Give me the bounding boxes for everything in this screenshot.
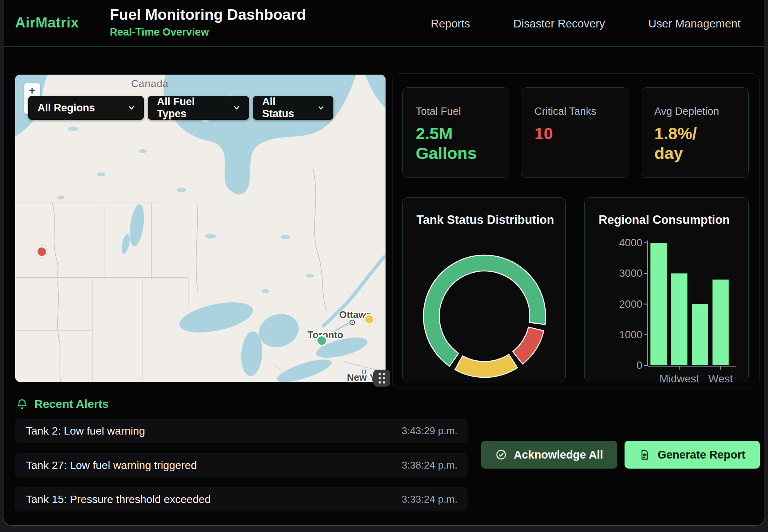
main-nav: Reports Disaster Recovery User Managemen… bbox=[431, 0, 741, 47]
map-marker-critical[interactable] bbox=[36, 246, 48, 257]
alert-message: Tank 15: Pressure threshold exceeded bbox=[26, 493, 211, 506]
stat-card-total-fuel: Total Fuel 2.5M Gallons bbox=[402, 87, 509, 178]
y-tick-label: 1000 bbox=[619, 329, 642, 341]
status-filter-value: All Status bbox=[262, 96, 307, 120]
stat-label: Total Fuel bbox=[416, 106, 509, 118]
dashboard-container: AirMatrix Fuel Monitoring Dashboard Real… bbox=[3, 0, 765, 526]
regional-consumption-panel: Regional Consumption 01000200030004000Mi… bbox=[584, 197, 749, 382]
region-filter-select[interactable]: All Regions bbox=[28, 96, 144, 120]
generate-report-button[interactable]: Generate Report bbox=[625, 441, 760, 469]
donut-segment-warning bbox=[455, 355, 517, 377]
tank-status-donut-chart bbox=[403, 198, 566, 383]
chevron-down-icon bbox=[233, 104, 241, 112]
page-title: Fuel Monitoring Dashboard bbox=[110, 6, 306, 23]
check-circle-icon bbox=[495, 449, 507, 460]
alerts-title: Recent Alerts bbox=[34, 397, 109, 411]
alert-message: Tank 27: Low fuel warning triggered bbox=[26, 459, 197, 472]
status-filter-select[interactable]: All Status bbox=[253, 96, 333, 120]
acknowledge-all-button[interactable]: Acknowledge All bbox=[481, 441, 617, 469]
alert-message: Tank 2: Low fuel warning bbox=[26, 425, 145, 437]
y-tick-label: 3000 bbox=[619, 268, 642, 279]
alert-row[interactable]: Tank 15: Pressure threshold exceeded 3:3… bbox=[15, 487, 468, 512]
alert-row[interactable]: Tank 2: Low fuel warning 3:43:29 p.m. bbox=[15, 419, 468, 443]
fuel-type-filter-value: All Fuel Types bbox=[157, 96, 223, 120]
stat-label: Critical Tanks bbox=[534, 106, 628, 118]
consumption-bar bbox=[692, 304, 708, 366]
map-canvas[interactable]: Canada Ottawa Toronto New York bbox=[15, 75, 386, 382]
report-document-icon bbox=[639, 449, 650, 460]
nav-item-reports[interactable]: Reports bbox=[431, 17, 470, 30]
x-tick-label: West bbox=[708, 373, 733, 383]
consumption-bar bbox=[650, 243, 667, 365]
fuel-type-filter-select[interactable]: All Fuel Types bbox=[148, 96, 249, 120]
page-subtitle: Real-Time Overview bbox=[110, 26, 306, 38]
metrics-panel: Total Fuel 2.5M Gallons Critical Tanks 1… bbox=[392, 73, 759, 387]
regional-consumption-bar-chart: 01000200030004000MidwestWest bbox=[585, 198, 749, 383]
alert-timestamp: 3:38:24 p.m. bbox=[401, 459, 457, 471]
map-resize-handle[interactable] bbox=[373, 370, 390, 387]
consumption-bar bbox=[671, 273, 688, 365]
x-tick-label: Midwest bbox=[659, 373, 699, 383]
alert-timestamp: 3:43:29 p.m. bbox=[401, 425, 457, 437]
chevron-down-icon bbox=[128, 104, 135, 112]
stat-value: 1.8%/day bbox=[654, 124, 723, 163]
alert-timestamp: 3:33:24 p.m. bbox=[401, 493, 457, 505]
consumption-bar bbox=[713, 280, 729, 365]
y-tick-label: 0 bbox=[637, 360, 642, 371]
stat-label: Avg Depletion bbox=[654, 106, 748, 118]
y-tick-label: 4000 bbox=[619, 237, 642, 249]
title-block: Fuel Monitoring Dashboard Real-Time Over… bbox=[110, 6, 306, 38]
alert-row[interactable]: Tank 27: Low fuel warning triggered 3:38… bbox=[15, 453, 468, 477]
fuel-map-panel: Canada Ottawa Toronto New York + − bbox=[15, 75, 386, 382]
tank-status-panel: Tank Status Distribution bbox=[402, 197, 566, 382]
map-filter-bar: All Regions All Fuel Types All Status bbox=[28, 96, 333, 120]
stat-value: 2.5M Gallons bbox=[416, 124, 485, 163]
map-illustration: Canada Ottawa Toronto New York bbox=[15, 75, 386, 382]
map-marker-warning[interactable] bbox=[364, 314, 375, 325]
acknowledge-all-label: Acknowledge All bbox=[514, 448, 603, 461]
nav-item-user-management[interactable]: User Management bbox=[648, 17, 741, 30]
brand-logo: AirMatrix bbox=[15, 15, 79, 31]
region-filter-value: All Regions bbox=[38, 102, 95, 114]
y-tick-label: 2000 bbox=[619, 298, 642, 310]
map-label-canada: Canada bbox=[131, 78, 169, 89]
chevron-down-icon bbox=[317, 104, 325, 112]
bell-icon bbox=[16, 398, 28, 410]
app-header: AirMatrix Fuel Monitoring Dashboard Real… bbox=[3, 0, 765, 47]
stat-card-critical-tanks: Critical Tanks 10 bbox=[521, 87, 628, 178]
donut-segment-critical bbox=[513, 327, 544, 364]
stat-value: 10 bbox=[534, 124, 603, 143]
stat-card-avg-depletion: Avg Depletion 1.8%/day bbox=[641, 87, 749, 178]
generate-report-label: Generate Report bbox=[657, 448, 745, 461]
alerts-header: Recent Alerts bbox=[16, 397, 109, 411]
nav-item-disaster-recovery[interactable]: Disaster Recovery bbox=[514, 17, 605, 30]
map-marker-normal[interactable] bbox=[316, 335, 328, 346]
